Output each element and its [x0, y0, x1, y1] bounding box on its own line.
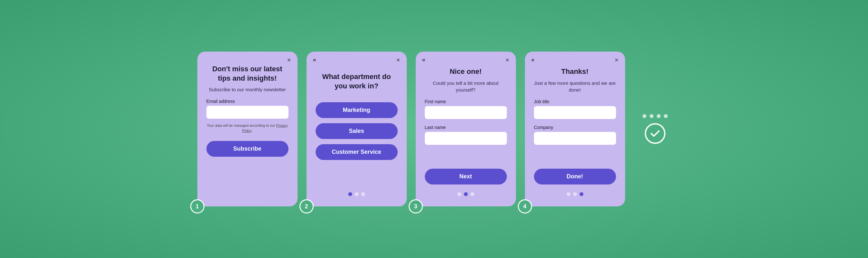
- lastname-label: Last name: [425, 125, 507, 130]
- lastname-input[interactable]: [425, 132, 507, 145]
- close-button-1[interactable]: ×: [287, 57, 291, 63]
- card-4-fields: Job title Company: [534, 93, 616, 161]
- step-2-wrapper: « × What department do you work in? Mark…: [307, 51, 407, 207]
- completion-area: [639, 114, 671, 144]
- card-4-subtitle: Just a few more questions and we are don…: [534, 80, 616, 93]
- card-3-subtitle: Could you tell a bit more about yourself…: [425, 80, 507, 93]
- spacer-dot-4: [664, 114, 668, 118]
- close-button-2[interactable]: ×: [396, 57, 400, 63]
- privacy-text: Your data will be managed according to o…: [207, 123, 288, 133]
- close-button-4[interactable]: ×: [615, 57, 619, 63]
- step-number-1: 1: [190, 199, 205, 214]
- back-button-3[interactable]: «: [422, 57, 426, 63]
- email-input[interactable]: [207, 106, 288, 119]
- card-1-title: Don't miss our latest tips and insights!: [207, 65, 288, 83]
- card-3-title: Nice one!: [450, 67, 482, 76]
- card-2-title: What department do you work in?: [316, 72, 398, 90]
- card-4: « × Thanks! Just a few more questions an…: [525, 51, 625, 207]
- dots-4: [534, 184, 616, 196]
- dot-4-3: [580, 192, 583, 196]
- next-button[interactable]: Next: [425, 169, 507, 184]
- jobtitle-input[interactable]: [534, 106, 616, 119]
- dot-2-1: [348, 192, 352, 196]
- step-1-wrapper: × Don't miss our latest tips and insight…: [197, 51, 298, 207]
- option-sales[interactable]: Sales: [316, 123, 398, 139]
- card-1-subtitle: Subscribe to our monthly newsletter: [209, 86, 285, 93]
- complete-checkmark: [645, 123, 665, 144]
- back-button-2[interactable]: «: [313, 57, 316, 63]
- option-marketing[interactable]: Marketing: [316, 102, 398, 118]
- firstname-label: First name: [425, 99, 507, 104]
- dot-4-2: [573, 192, 577, 196]
- spacer-dots: [639, 114, 671, 118]
- done-button[interactable]: Done!: [534, 169, 616, 184]
- dot-3-3: [470, 192, 474, 196]
- subscribe-button[interactable]: Subscribe: [207, 141, 288, 157]
- email-label: Email address: [207, 99, 288, 104]
- step-number-4: 4: [518, 199, 532, 214]
- dot-2-2: [355, 192, 359, 196]
- dot-3-2: [464, 192, 468, 196]
- firstname-input[interactable]: [425, 106, 507, 119]
- dot-4-1: [567, 192, 570, 196]
- dots-3: [425, 184, 507, 196]
- card-2-options: Marketing Sales Customer Service: [316, 97, 398, 184]
- close-button-3[interactable]: ×: [505, 57, 509, 63]
- company-input[interactable]: [534, 132, 616, 145]
- step-4-wrapper: « × Thanks! Just a few more questions an…: [525, 51, 625, 207]
- cards-row: × Don't miss our latest tips and insight…: [197, 51, 671, 207]
- card-1-fields: Email address: [207, 93, 288, 119]
- step-3-wrapper: « × Nice one! Could you tell a bit more …: [416, 51, 516, 207]
- company-label: Company: [534, 125, 616, 130]
- card-1: × Don't miss our latest tips and insight…: [197, 51, 298, 207]
- back-button-4[interactable]: «: [531, 57, 535, 63]
- dots-2: [316, 184, 398, 196]
- jobtitle-label: Job title: [534, 99, 616, 104]
- spacer-dot-3: [657, 114, 661, 118]
- step-number-2: 2: [300, 199, 314, 214]
- check-icon: [649, 128, 661, 139]
- card-3-fields: First name Last name: [425, 93, 507, 161]
- card-4-title: Thanks!: [561, 67, 588, 76]
- spacer-dot-1: [643, 114, 646, 118]
- card-3: « × Nice one! Could you tell a bit more …: [416, 51, 516, 207]
- spacer-dot-2: [650, 114, 653, 118]
- step-number-3: 3: [409, 199, 423, 214]
- dot-3-1: [458, 192, 461, 196]
- dot-2-3: [361, 192, 365, 196]
- card-2: « × What department do you work in? Mark…: [307, 51, 407, 207]
- option-customer-service[interactable]: Customer Service: [316, 144, 398, 160]
